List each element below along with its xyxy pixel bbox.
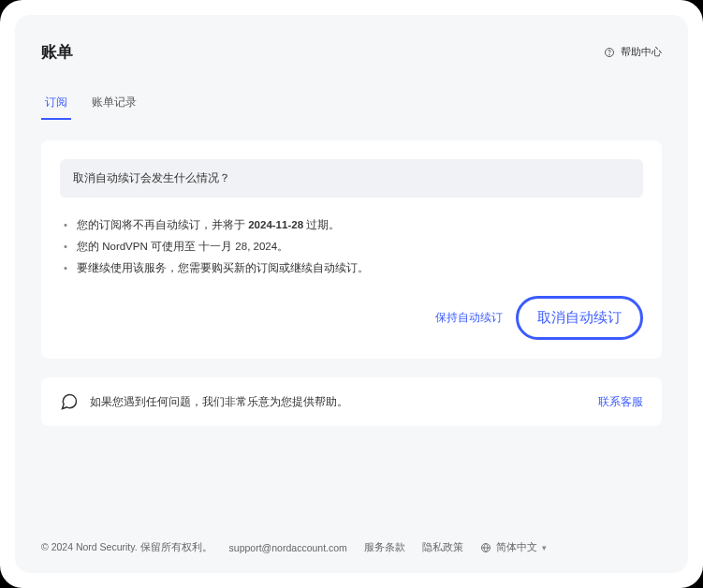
help-icon — [604, 47, 615, 58]
page-header: 账单 帮助中心 — [41, 41, 662, 63]
info-list: 您的订阅将不再自动续订，并将于 2024-11-28 过期。 您的 NordVP… — [60, 214, 643, 279]
tab-subscription[interactable]: 订阅 — [41, 89, 71, 120]
help-center-label: 帮助中心 — [621, 45, 662, 59]
svg-point-1 — [609, 54, 610, 55]
language-selector[interactable]: 简体中文 ▾ — [480, 541, 547, 554]
support-email-link[interactable]: support@nordaccount.com — [229, 542, 347, 553]
info-question: 取消自动续订会发生什么情况？ — [60, 159, 643, 198]
expiry-date: 2024-11-28 — [248, 219, 303, 230]
terms-link[interactable]: 服务条款 — [364, 541, 405, 554]
card-actions: 保持自动续订 取消自动续订 — [60, 296, 643, 340]
page-title: 账单 — [41, 41, 73, 63]
tabs: 订阅 账单记录 — [41, 89, 662, 120]
contact-support-link[interactable]: 联系客服 — [598, 395, 643, 409]
keep-auto-renew-button[interactable]: 保持自动续订 — [435, 311, 503, 325]
privacy-link[interactable]: 隐私政策 — [422, 541, 463, 554]
globe-icon — [480, 542, 491, 553]
list-item: 您的 NordVPN 可使用至 十一月 28, 2024。 — [64, 236, 643, 257]
cancel-auto-renew-button[interactable]: 取消自动续订 — [516, 296, 643, 340]
support-card: 如果您遇到任何问题，我们非常乐意为您提供帮助。 联系客服 — [41, 377, 662, 426]
help-center-link[interactable]: 帮助中心 — [604, 45, 662, 59]
copyright-text: © 2024 Nord Security. 保留所有权利。 — [41, 541, 212, 554]
chevron-down-icon: ▾ — [542, 543, 547, 552]
chat-icon — [60, 392, 79, 411]
footer: © 2024 Nord Security. 保留所有权利。 support@no… — [41, 541, 662, 554]
list-item: 要继续使用该服务，您需要购买新的订阅或继续自动续订。 — [64, 257, 643, 279]
list-item: 您的订阅将不再自动续订，并将于 2024-11-28 过期。 — [64, 214, 643, 236]
cancel-info-card: 取消自动续订会发生什么情况？ 您的订阅将不再自动续订，并将于 2024-11-2… — [41, 140, 662, 359]
tab-billing-history[interactable]: 账单记录 — [88, 89, 140, 120]
support-text: 如果您遇到任何问题，我们非常乐意为您提供帮助。 — [90, 395, 348, 409]
language-label: 简体中文 — [496, 541, 537, 554]
